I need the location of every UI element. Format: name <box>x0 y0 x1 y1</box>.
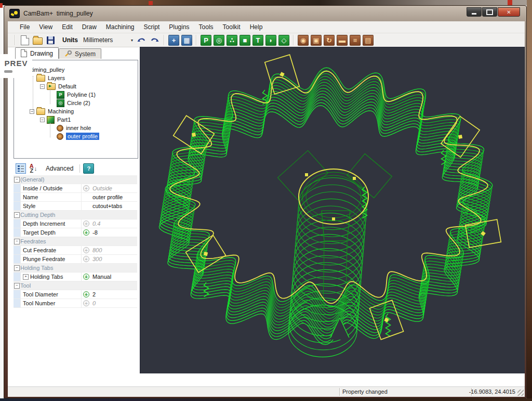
gcode-file-icon[interactable]: ▤ <box>363 35 374 46</box>
app-logo-icon <box>9 9 20 18</box>
menu-help[interactable]: Help <box>245 22 268 32</box>
status-message: Property changed <box>342 389 388 395</box>
prop-row-holding-tabs[interactable]: +Holding Tabs+Manual <box>14 273 137 281</box>
expander-icon[interactable]: − <box>40 84 45 89</box>
resize-grip[interactable] <box>517 390 524 396</box>
property-value[interactable]: 0 <box>91 300 137 306</box>
view-toolbar-group: +▦ <box>167 35 193 46</box>
alphabetical-sort-button[interactable]: A Z ↓ <box>28 163 38 174</box>
tree-node-layers[interactable]: Layers <box>30 74 65 82</box>
save-icon[interactable] <box>45 35 56 46</box>
expand-icon[interactable]: + <box>23 274 29 280</box>
circle-icon[interactable]: ◎ <box>214 35 224 46</box>
prop-row-inside-outside[interactable]: Inside / Outside+Outside <box>14 184 137 193</box>
property-label: Plunge Feedrate <box>21 256 81 262</box>
tree-node-circle-2-[interactable]: ◎Circle (2) <box>50 99 90 107</box>
redo-button[interactable] <box>149 35 160 46</box>
prop-row-tool-diameter[interactable]: Tool Diameter+2 <box>14 290 137 299</box>
grid-icon[interactable]: ▦ <box>181 35 192 46</box>
menu-draw[interactable]: Draw <box>77 22 101 32</box>
menu-edit[interactable]: Edit <box>57 22 77 32</box>
minimize-button[interactable] <box>467 7 482 17</box>
expander-icon[interactable]: − <box>40 118 45 122</box>
property-value[interactable]: 2 <box>91 291 137 297</box>
undo-button[interactable] <box>136 35 147 46</box>
toolbar-separator <box>196 35 197 45</box>
property-value[interactable]: 800 <box>91 247 137 253</box>
text-icon[interactable]: T <box>252 35 263 46</box>
prop-category-holding-tabs[interactable]: −Holding Tabs <box>14 264 137 273</box>
prop-row-tool-number[interactable]: Tool Number+0 <box>14 299 137 308</box>
new-file-icon[interactable] <box>19 35 30 46</box>
drawing-tree[interactable]: timing_pulleyLayers−DefaultPPolyline (1)… <box>14 60 138 159</box>
collapse-icon[interactable]: − <box>14 239 20 244</box>
tab-drawing[interactable]: Drawing <box>15 47 59 59</box>
drill-icon[interactable]: ◉ <box>298 35 309 46</box>
region-icon[interactable]: ◇ <box>278 35 289 46</box>
rectangle-icon[interactable]: ■ <box>240 35 250 46</box>
title-bar[interactable]: CamBam+ timing_pulley ✕ <box>4 6 526 21</box>
property-value[interactable]: Manual <box>91 274 137 280</box>
toolbar-separator <box>293 35 294 45</box>
tree-node-inner-hole[interactable]: inner hole <box>50 124 91 132</box>
help-button[interactable]: ? <box>83 163 94 174</box>
tab-system[interactable]: System <box>59 48 101 59</box>
tree-node-label: Polyline (1) <box>67 92 96 98</box>
property-value[interactable]: -8 <box>91 229 137 236</box>
collapse-icon[interactable]: − <box>14 265 20 271</box>
polyline-icon[interactable]: P <box>201 35 211 46</box>
profile-icon[interactable]: ↻ <box>324 35 335 46</box>
prop-row-target-depth[interactable]: Target Depth+-8 <box>14 228 137 237</box>
open-file-icon[interactable] <box>32 35 43 46</box>
arc-icon[interactable]: ◗ <box>265 35 276 46</box>
maximize-button[interactable] <box>482 7 497 17</box>
tree-node-part1[interactable]: −Part1 <box>40 115 71 124</box>
close-button[interactable]: ✕ <box>498 7 520 17</box>
property-value[interactable]: 300 <box>91 256 137 262</box>
screw-thread-icon[interactable]: ≡ <box>350 35 361 46</box>
menu-script[interactable]: Script <box>139 22 165 32</box>
prop-category-feedrates[interactable]: −Feedrates <box>14 237 137 246</box>
menu-tools[interactable]: Tools <box>194 22 218 32</box>
collapse-icon[interactable]: − <box>14 283 20 289</box>
prop-row-plunge-feedrate[interactable]: Plunge Feedrate+300 <box>14 255 137 264</box>
prop-row-depth-increment[interactable]: Depth Increment+0.4 <box>14 219 137 228</box>
property-value[interactable]: cutout+tabs <box>91 203 137 209</box>
expander-icon[interactable]: − <box>30 109 34 114</box>
menu-machining[interactable]: Machining <box>101 22 139 32</box>
prop-row-name[interactable]: Nameouter profile <box>14 193 137 202</box>
menu-file[interactable]: File <box>15 22 34 32</box>
tree-node-default[interactable]: −Default <box>40 82 76 90</box>
pointer-crosshair-icon[interactable]: + <box>168 35 179 46</box>
point-list-icon[interactable]: ∴ <box>227 35 237 46</box>
prop-category-cutting-depth[interactable]: −Cutting Depth <box>14 211 137 219</box>
property-value[interactable]: outer profile <box>91 194 137 200</box>
3d-viewport[interactable] <box>140 47 525 373</box>
tree-node-label: outer profile <box>66 133 99 140</box>
prop-category-tool[interactable]: −Tool <box>14 281 137 290</box>
menu-plugins[interactable]: Plugins <box>164 22 194 32</box>
tree-node-machining[interactable]: −Machining <box>30 107 74 115</box>
property-value[interactable]: Outside <box>91 185 137 191</box>
property-value[interactable]: 0.4 <box>91 221 137 227</box>
menu-toolkit[interactable]: Toolkit <box>218 22 245 32</box>
collapse-icon[interactable]: − <box>14 177 20 183</box>
tree-node-label: Machining <box>48 108 74 114</box>
tree-node-outer-profile[interactable]: outer profile <box>50 132 99 140</box>
category-label: (General) <box>20 176 44 183</box>
prop-row-cut-feedrate[interactable]: Cut Feedrate+800 <box>14 246 137 255</box>
prop-row-style[interactable]: Stylecutout+tabs <box>14 202 137 211</box>
categorized-view-button[interactable] <box>16 163 26 174</box>
property-label: Tool Diameter <box>21 291 81 297</box>
chevron-down-icon: ▾ <box>131 38 133 43</box>
advanced-button[interactable]: Advanced <box>43 164 76 173</box>
engrave-icon[interactable]: ▬ <box>337 35 348 46</box>
menu-view[interactable]: View <box>34 22 57 32</box>
tree-node-polyline-1-[interactable]: PPolyline (1) <box>50 90 96 99</box>
tree-node-timing_pulley[interactable]: timing_pulley <box>31 66 64 74</box>
units-dropdown[interactable]: Millimeters ▾ <box>81 35 135 45</box>
green-plus-icon: + <box>83 229 89 236</box>
pocket-icon[interactable]: ▣ <box>311 35 322 46</box>
collapse-icon[interactable]: − <box>14 212 20 218</box>
prop-category--general-[interactable]: −(General) <box>14 175 137 184</box>
